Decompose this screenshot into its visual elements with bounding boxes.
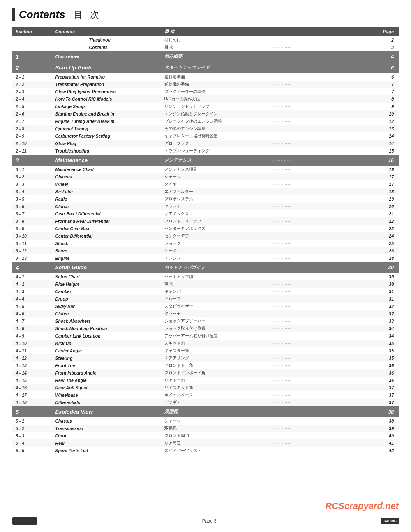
td-dots: ············ <box>270 391 369 399</box>
td-dots: ············ <box>270 147 369 155</box>
td-jp: ショック <box>161 240 270 247</box>
td-section: 3 - 8 <box>12 217 52 225</box>
td-page: 31 <box>369 295 399 303</box>
td-contents: Air Filter <box>52 188 161 195</box>
td-jp: エンジン <box>161 254 270 262</box>
td-contents: Troubleshooting <box>52 147 161 155</box>
td-dots: ············ <box>270 166 369 173</box>
table-row: 5 - 1 Chassis シャーシ ············ 38 <box>12 417 399 425</box>
td-contents: Wheel <box>52 180 161 188</box>
section-dots: ············ <box>270 62 369 73</box>
td-section: 3 - 7 <box>12 210 52 217</box>
contents-table: Section Contents 目 次 Page Thank you はじめに… <box>12 27 399 454</box>
td-jp: ホイールベース <box>161 391 270 399</box>
td-section: 4 - 9 <box>12 332 52 340</box>
td-contents: Rear <box>52 439 161 447</box>
table-row: 2 - 2 Transmitter Preparation 送信機の準備 ···… <box>12 81 399 88</box>
td-section: 4 - 18 <box>12 399 52 406</box>
td-page: 14 <box>369 140 399 147</box>
td-dots: ············ <box>270 225 369 232</box>
td-page: 33 <box>369 317 399 325</box>
section-header-row: 5 Exploded View 展開図 ············ 38 <box>12 406 399 417</box>
td-section: 4 - 16 <box>12 384 52 391</box>
section-name: Exploded View <box>52 406 161 417</box>
td-dots: ············ <box>270 417 369 425</box>
table-row: 4 - 7 Shock Absorbers ショックアブソーバー ·······… <box>12 317 399 325</box>
td-page: 35 <box>369 347 399 354</box>
td-jp: エアフィルター <box>161 188 270 195</box>
td-contents: Clutch <box>52 203 161 210</box>
table-row: 4 - 8 Shock Mounting Position ショック取り付け位置… <box>12 325 399 332</box>
td-dots: ············ <box>270 254 369 262</box>
table-row: 2 - 3 Glow Plug Igniter Preparation プラグヒ… <box>12 88 399 95</box>
td-contents: Transmission <box>52 425 161 432</box>
td-section: 2 - 4 <box>12 95 52 103</box>
td-contents: Clutch <box>52 310 161 317</box>
td-jp: フロントトー角 <box>161 362 270 369</box>
td-contents: Sway Bar <box>52 303 161 310</box>
td-jp: リア周辺 <box>161 439 270 447</box>
td-page: 17 <box>369 173 399 180</box>
th-jp: 目 次 <box>161 27 270 36</box>
td-jp: ショックアブソーバー <box>161 317 270 325</box>
table-row: 4 - 1 Setup Chart セットアップ項目 ············ … <box>12 273 399 280</box>
table-row: 3 - 8 Front and Rear Differential フロント、リ… <box>12 217 399 225</box>
td-page: 40 <box>369 432 399 439</box>
td-page: 31 <box>369 288 399 295</box>
td-section: 4 - 15 <box>12 377 52 384</box>
td-contents: Differentials <box>52 399 161 406</box>
table-row: 4 - 13 Front Toe フロントトー角 ············ 36 <box>12 362 399 369</box>
td-dots: ············ <box>270 447 369 454</box>
table-row: 2 - 9 Carburetor Factory Setting キャブレター工… <box>12 132 399 140</box>
td-contents: Front and Rear Differential <box>52 217 161 225</box>
td-jp: R/Cカーの操作方法 <box>161 95 270 103</box>
table-row: 3 - 9 Center Gear Box センターギアボックス ·······… <box>12 225 399 232</box>
td-contents: Rear Anti Squat <box>52 384 161 391</box>
td-dots: ············ <box>270 303 369 310</box>
td-contents: Droop <box>52 295 161 303</box>
table-row: 3 - 2 Chassis シャーシ ············ 17 <box>12 173 399 180</box>
td-page: 21 <box>369 210 399 217</box>
table-row: 4 - 3 Camber キャンバー ············ 31 <box>12 288 399 295</box>
td-section: 4 - 13 <box>12 362 52 369</box>
td-jp: 目 次 <box>161 44 270 51</box>
td-jp: ドルーフ <box>161 295 270 303</box>
td-page: 22 <box>369 217 399 225</box>
table-row: 2 - 7 Engine Tuning After Break In ブレークイ… <box>12 118 399 125</box>
section-name: Overview <box>52 51 161 62</box>
td-section: 5 - 1 <box>12 417 52 425</box>
td-jp: キャスター角 <box>161 347 270 354</box>
td-dots: ············ <box>270 173 369 180</box>
td-dots: ············ <box>270 132 369 140</box>
table-row: 3 - 3 Wheel タイヤ ············ 17 <box>12 180 399 188</box>
td-contents: Rear Toe Angle <box>52 377 161 384</box>
td-page: 34 <box>369 332 399 340</box>
table-row: 4 - 9 Camber Link Location アッパーアーム取り付け位置… <box>12 332 399 340</box>
td-dots: ············ <box>270 310 369 317</box>
td-page: 17 <box>369 180 399 188</box>
td-page: 20 <box>369 203 399 210</box>
td-jp: キャブレター工場出荷時設定 <box>161 132 270 140</box>
section-num: 1 <box>12 51 52 62</box>
td-contents: Shock Mounting Position <box>52 325 161 332</box>
td-section: 3 - 3 <box>12 180 52 188</box>
table-row: 3 - 7 Gear Box / Differential ギアボックス ···… <box>12 210 399 217</box>
td-page: 9 <box>369 103 399 110</box>
table-row: 2 - 10 Glow Plug グロープラグ ············ 14 <box>12 140 399 147</box>
td-jp: クラッチ <box>161 203 270 210</box>
td-dots: ············ <box>270 118 369 125</box>
td-contents: Glow Plug <box>52 140 161 147</box>
table-row: 5 - 2 Transmission 駆動系 ············ 39 <box>12 425 399 432</box>
td-page: 14 <box>369 132 399 140</box>
td-page: 37 <box>369 399 399 406</box>
section-page: 30 <box>369 262 399 273</box>
section-dots: ············ <box>270 51 369 62</box>
page-title-en: Contents <box>19 8 65 21</box>
td-page: 7 <box>369 81 399 88</box>
td-dots: ············ <box>270 125 369 132</box>
td-section: 3 - 1 <box>12 166 52 173</box>
td-page: 6 <box>369 73 399 81</box>
td-section: 3 - 6 <box>12 203 52 210</box>
td-contents: Linkage Setup <box>52 103 161 110</box>
td-section <box>12 44 52 51</box>
